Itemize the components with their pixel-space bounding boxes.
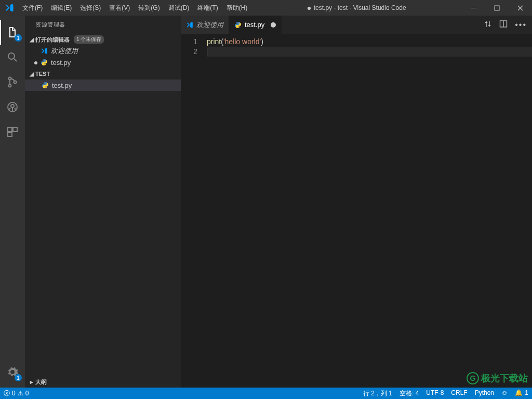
menu-bar: 文件(F) 编辑(E) 选择(S) 查看(V) 转到(G) 调试(D) 终端(T…	[18, 0, 251, 16]
open-editors-label: 打开的编辑器	[35, 36, 70, 44]
editor-group: 欢迎使用 test.py ••• 1 2 print('hello world'…	[181, 16, 532, 388]
activity-scm[interactable]	[0, 70, 25, 95]
svg-rect-8	[8, 127, 12, 131]
warning-count: 0	[25, 390, 29, 397]
svg-rect-10	[8, 132, 12, 137]
minimize-button[interactable]	[462, 0, 485, 16]
linenum: 1	[181, 37, 197, 47]
status-problems[interactable]: ⓧ0 ⚠0	[0, 388, 32, 399]
sidebar-title: 资源管理器	[25, 16, 181, 34]
unsaved-badge: 1 个未保存	[74, 35, 104, 44]
error-icon: ⓧ	[4, 389, 10, 398]
menu-terminal[interactable]: 终端(T)	[193, 0, 222, 16]
menu-file[interactable]: 文件(F)	[18, 0, 47, 16]
tab-actions: •••	[478, 16, 532, 34]
outline-header[interactable]: ▸ 大纲	[25, 376, 181, 388]
svg-point-4	[9, 85, 11, 87]
folder-label: TEST	[35, 71, 50, 77]
svg-point-7	[11, 104, 14, 108]
tab-label: test.py	[245, 21, 264, 29]
window-title: test.py - test - Visual Studio Code	[251, 4, 462, 11]
svg-rect-1	[495, 6, 499, 10]
linenum: 2	[181, 47, 197, 57]
outline-label: 大纲	[35, 378, 47, 386]
status-feedback[interactable]: ☺	[498, 389, 511, 396]
tab-label: 欢迎使用	[196, 20, 223, 30]
svg-point-3	[9, 77, 11, 80]
editor-body[interactable]: 1 2 print('hello world')	[181, 37, 532, 388]
chevron-down-icon: ◢	[28, 71, 35, 77]
error-count: 0	[12, 390, 16, 397]
open-editor-label: test.py	[51, 59, 71, 66]
activity-extensions[interactable]	[0, 119, 25, 144]
vscode-icon	[39, 47, 49, 55]
activity-settings[interactable]: 1	[0, 360, 25, 384]
tab-testpy[interactable]: test.py	[229, 16, 282, 34]
menu-edit[interactable]: 编辑(E)	[47, 0, 76, 16]
activity-bar: 1 1	[0, 16, 25, 388]
explorer-badge: 1	[15, 34, 22, 42]
file-item-testpy[interactable]: test.py	[25, 79, 181, 91]
code-line-current[interactable]	[207, 47, 532, 57]
menu-debug[interactable]: 调试(D)	[164, 0, 194, 16]
activity-search[interactable]	[0, 45, 25, 70]
text-cursor	[207, 48, 207, 56]
tab-bar: 欢迎使用 test.py •••	[181, 16, 532, 34]
compare-icon[interactable]	[484, 20, 492, 30]
split-editor-icon[interactable]	[499, 20, 508, 30]
more-icon[interactable]: •••	[515, 20, 527, 30]
maximize-button[interactable]	[485, 0, 509, 16]
chevron-right-icon: ▸	[28, 379, 35, 385]
folder-header[interactable]: ◢ TEST	[25, 68, 181, 79]
app-logo-icon	[0, 3, 18, 12]
code-area[interactable]: print('hello world')	[207, 37, 532, 388]
modified-dot-icon	[308, 7, 311, 10]
bell-icon: 🔔	[515, 389, 523, 396]
activity-debug[interactable]	[0, 95, 25, 119]
open-editor-label: 欢迎使用	[51, 46, 78, 56]
svg-point-2	[8, 53, 15, 59]
menu-view[interactable]: 查看(V)	[105, 0, 134, 16]
activity-explorer[interactable]: 1	[0, 20, 25, 45]
tab-welcome[interactable]: 欢迎使用	[181, 16, 229, 34]
menu-selection[interactable]: 选择(S)	[76, 0, 105, 16]
python-icon	[234, 21, 242, 29]
menu-go[interactable]: 转到(G)	[134, 0, 164, 16]
settings-badge: 1	[15, 374, 22, 381]
notification-count: 1	[525, 389, 528, 396]
open-editors-header[interactable]: ◢ 打开的编辑器 1 个未保存	[25, 34, 181, 45]
vscode-icon	[186, 21, 193, 29]
code-line[interactable]: print('hello world')	[207, 37, 532, 47]
status-eol[interactable]: CRLF	[447, 389, 471, 396]
dirty-dot-icon	[271, 22, 276, 28]
status-encoding[interactable]: UTF-8	[422, 389, 447, 396]
window-title-text: test.py - test - Visual Studio Code	[314, 4, 406, 11]
python-icon	[41, 82, 50, 89]
line-gutter: 1 2	[181, 37, 207, 388]
open-editor-welcome[interactable]: 欢迎使用	[25, 45, 181, 57]
python-icon	[39, 59, 49, 66]
status-language[interactable]: Python	[471, 389, 498, 396]
menu-help[interactable]: 帮助(H)	[222, 0, 252, 16]
explorer-sidebar: 资源管理器 ◢ 打开的编辑器 1 个未保存 欢迎使用 ● test.py ◢ T…	[25, 16, 181, 388]
close-button[interactable]	[509, 0, 532, 16]
chevron-down-icon: ◢	[28, 36, 35, 43]
open-editor-testpy[interactable]: ● test.py	[25, 57, 181, 68]
file-item-label: test.py	[52, 82, 72, 89]
svg-rect-0	[471, 8, 476, 8]
status-bar: ⓧ0 ⚠0 行 2，列 1 空格: 4 UTF-8 CRLF Python ☺ …	[0, 388, 532, 399]
warning-icon: ⚠	[18, 390, 23, 397]
dirty-dot-icon: ●	[32, 58, 39, 66]
svg-point-5	[14, 81, 17, 84]
status-spaces[interactable]: 空格: 4	[396, 389, 422, 398]
status-notifications[interactable]: 🔔1	[511, 389, 532, 396]
status-cursor[interactable]: 行 2，列 1	[360, 389, 396, 398]
window-controls	[462, 0, 532, 16]
title-bar: 文件(F) 编辑(E) 选择(S) 查看(V) 转到(G) 调试(D) 终端(T…	[0, 0, 532, 16]
svg-rect-9	[13, 127, 17, 131]
